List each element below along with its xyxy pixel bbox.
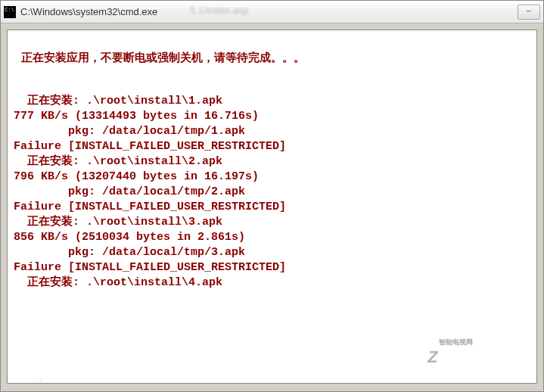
logo-z-letter: Z [427, 347, 437, 367]
watermark-logo: Z 智能电视网 NDS .com [417, 341, 521, 368]
console-line: 正在安装: .\root\install\1.apk [14, 94, 530, 109]
cmd-window: C:\Windows\system32\cmd.exe 5.1/index.as… [0, 0, 544, 392]
console-line: 正在安装: .\root\install\3.apk [14, 215, 530, 230]
console-output: 正在安装应用，不要断电或强制关机，请等待完成。。。 正在安装: .\root\i… [7, 30, 537, 384]
console-line: 正在安装: .\root\install\4.apk [14, 275, 530, 291]
console-line: Failure [INSTALL_FAILED_USER_RESTRICTED] [14, 260, 530, 275]
console-line: pkg: /data/local/tmp/3.apk [14, 245, 530, 260]
window-title: C:\Windows\system32\cmd.exe [20, 6, 516, 17]
install-header-message: 正在安装应用，不要断电或强制关机，请等待完成。。。 [14, 51, 530, 67]
window-controls: ─ [516, 5, 540, 20]
decorative-shadow: 、 [38, 369, 48, 383]
console-line: 777 KB/s (13314493 bytes in 16.716s) [14, 109, 530, 124]
cmd-icon [4, 6, 16, 18]
console-line: Failure [INSTALL_FAILED_USER_RESTRICTED] [14, 200, 530, 215]
console-line: 正在安装: .\root\install\2.apk [14, 154, 530, 170]
console-line: pkg: /data/local/tmp/2.apk [14, 185, 530, 200]
background-tab-text: 5.1/index.asp [190, 5, 248, 16]
watermark-badge: 智能电视网 [434, 336, 477, 349]
minimize-button[interactable]: ─ [518, 5, 540, 20]
watermark-domain: .com [500, 352, 521, 363]
titlebar[interactable]: C:\Windows\system32\cmd.exe 5.1/index.as… [1, 1, 543, 23]
console-line: pkg: /data/local/tmp/1.apk [14, 124, 530, 139]
console-line: 796 KB/s (13207440 bytes in 16.197s) [14, 170, 530, 185]
tv-icon: Z 智能电视网 [417, 341, 449, 368]
console-line: Failure [INSTALL_FAILED_USER_RESTRICTED] [14, 139, 530, 154]
console-line: 856 KB/s (2510034 bytes in 2.861s) [14, 230, 530, 245]
